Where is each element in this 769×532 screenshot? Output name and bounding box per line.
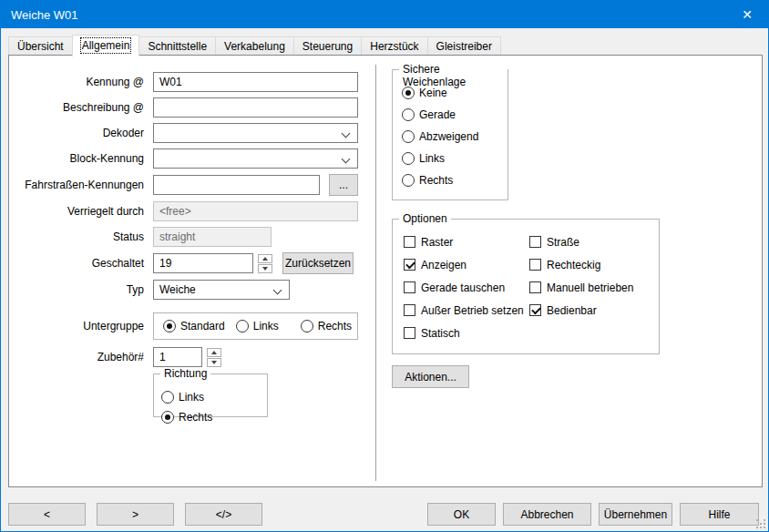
checkbox-anzeigen[interactable]: Anzeigen bbox=[404, 253, 529, 276]
radio-untergruppe-standard[interactable]: Standard bbox=[163, 316, 225, 336]
checkbox-icon bbox=[404, 259, 415, 271]
footer-bar: < > </> OK Abbrechen Übernehmen Hilfe bbox=[1, 487, 768, 532]
close-icon[interactable]: ✕ bbox=[726, 1, 768, 28]
zubehoer-label: Zubehör# bbox=[9, 351, 144, 363]
left-form: Kennung @ Beschreibung @ Dekoder Block-K… bbox=[9, 72, 374, 417]
checkbox-raster[interactable]: Raster bbox=[404, 230, 529, 253]
fahrstrassen-browse-button[interactable]: ... bbox=[329, 174, 358, 196]
titlebar: Weiche W01 ✕ bbox=[1, 1, 768, 28]
tab-schnittstelle[interactable]: Schnittstelle bbox=[138, 36, 216, 56]
spin-down-icon[interactable] bbox=[207, 358, 221, 367]
column-divider bbox=[375, 65, 376, 481]
fahrstrassen-input[interactable] bbox=[153, 175, 320, 195]
chevron-down-icon bbox=[342, 129, 351, 138]
radio-icon bbox=[402, 152, 415, 165]
radio-untergruppe-rechts[interactable]: Rechts bbox=[301, 316, 352, 336]
prev-button[interactable]: < bbox=[8, 503, 86, 526]
radio-icon bbox=[402, 174, 415, 187]
checkbox-ausser-betrieb-setzen[interactable]: Außer Betrieb setzen bbox=[404, 299, 529, 322]
checkbox-icon bbox=[529, 259, 541, 271]
right-form: Sichere Weichenlage Keine Gerade Abzweig… bbox=[392, 69, 756, 388]
sichere-weichenlage-group: Sichere Weichenlage Keine Gerade Abzweig… bbox=[392, 69, 508, 200]
geschaltet-input[interactable] bbox=[153, 253, 253, 273]
chevron-down-icon bbox=[342, 155, 351, 164]
geschaltet-label: Geschaltet bbox=[9, 257, 144, 270]
tab-uebersicht[interactable]: Übersicht bbox=[8, 36, 73, 56]
status-input bbox=[153, 227, 272, 247]
radio-icon bbox=[402, 87, 415, 99]
cancel-button[interactable]: Abbrechen bbox=[503, 503, 591, 526]
checkbox-rechteckig[interactable]: Rechteckig bbox=[529, 253, 633, 276]
typ-dropdown[interactable]: Weiche bbox=[153, 280, 290, 300]
ok-button[interactable]: OK bbox=[427, 503, 496, 526]
verriegelt-input bbox=[153, 201, 358, 221]
block-kennung-label: Block-Kennung bbox=[9, 152, 144, 165]
dekoder-label: Dekoder bbox=[9, 127, 144, 139]
checkbox-icon bbox=[529, 304, 541, 316]
action-button-group: OK Abbrechen Übernehmen Hilfe bbox=[427, 503, 759, 526]
sichere-weichenlage-label: Sichere Weichenlage bbox=[399, 63, 508, 88]
checkbox-icon bbox=[404, 304, 415, 316]
spin-up-icon[interactable] bbox=[207, 348, 221, 357]
checkbox-gerade-tauschen[interactable]: Gerade tauschen bbox=[404, 276, 529, 299]
nav-button-group: < > </> bbox=[8, 503, 262, 526]
dialog-window: Weiche W01 ✕ Übersicht Allgemein Schnitt… bbox=[0, 0, 769, 532]
checkbox-bedienbar[interactable]: Bedienbar bbox=[529, 299, 633, 322]
optionen-column-1: Raster Anzeigen Gerade tauschen Außer Be… bbox=[404, 230, 529, 344]
radio-icon bbox=[402, 130, 415, 143]
radio-weichenlage-gerade[interactable]: Gerade bbox=[402, 105, 500, 125]
kennung-input[interactable] bbox=[153, 72, 358, 92]
zuruecksetzen-button[interactable]: Zurücksetzen bbox=[282, 252, 354, 274]
radio-richtung-links[interactable]: Links bbox=[161, 387, 204, 407]
radio-icon bbox=[236, 320, 249, 332]
checkbox-icon bbox=[404, 236, 415, 248]
spin-up-icon[interactable] bbox=[258, 254, 272, 263]
help-button[interactable]: Hilfe bbox=[680, 503, 759, 526]
tab-herzstueck[interactable]: Herzstück bbox=[361, 36, 427, 56]
beschreibung-label: Beschreibung @ bbox=[9, 101, 144, 114]
checkbox-icon bbox=[529, 236, 541, 248]
checkbox-icon bbox=[404, 281, 415, 293]
radio-weichenlage-abzweigend[interactable]: Abzweigend bbox=[402, 127, 500, 147]
optionen-group: Optionen Raster Anzeigen Gerade tauschen bbox=[392, 219, 660, 354]
beschreibung-input[interactable] bbox=[153, 97, 358, 118]
geschaltet-spinner bbox=[258, 254, 272, 273]
tab-strip: Übersicht Allgemein Schnittstelle Verkab… bbox=[8, 34, 500, 56]
chevron-down-icon bbox=[273, 286, 282, 295]
checkbox-icon bbox=[404, 327, 415, 339]
window-title: Weiche W01 bbox=[11, 8, 77, 22]
checkbox-icon bbox=[529, 281, 541, 293]
code-view-button[interactable]: </> bbox=[185, 503, 262, 526]
status-label: Status bbox=[9, 230, 144, 243]
resize-grip[interactable] bbox=[756, 519, 765, 528]
radio-icon bbox=[163, 320, 176, 332]
radio-icon bbox=[161, 391, 174, 404]
richtung-group: Richtung Links Rechts bbox=[153, 373, 268, 417]
spin-down-icon[interactable] bbox=[258, 264, 272, 273]
zubehoer-spinner bbox=[207, 348, 221, 367]
optionen-column-2: Straße Rechteckig Manuell betrieben Bedi… bbox=[529, 230, 633, 344]
fahrstrassen-label: Fahrstraßen-Kennungen bbox=[9, 179, 144, 191]
radio-untergruppe-links[interactable]: Links bbox=[236, 316, 279, 336]
radio-icon bbox=[402, 108, 415, 121]
tab-verkabelung[interactable]: Verkabelung bbox=[215, 36, 294, 56]
radio-weichenlage-rechts[interactable]: Rechts bbox=[402, 170, 500, 190]
radio-icon bbox=[301, 320, 313, 332]
apply-button[interactable]: Übernehmen bbox=[599, 503, 672, 526]
optionen-group-label: Optionen bbox=[399, 212, 451, 225]
checkbox-strasse[interactable]: Straße bbox=[529, 230, 633, 253]
tab-steuerung[interactable]: Steuerung bbox=[293, 36, 362, 56]
radio-icon bbox=[161, 411, 174, 424]
aktionen-button[interactable]: Aktionen... bbox=[392, 365, 469, 388]
zubehoer-input[interactable] bbox=[153, 347, 202, 367]
next-button[interactable]: > bbox=[97, 503, 174, 526]
radio-weichenlage-links[interactable]: Links bbox=[402, 148, 500, 169]
checkbox-manuell-betrieben[interactable]: Manuell betrieben bbox=[529, 276, 633, 299]
radio-richtung-rechts[interactable]: Rechts bbox=[161, 407, 212, 427]
typ-label: Typ bbox=[9, 283, 144, 296]
block-kennung-dropdown[interactable] bbox=[153, 148, 358, 169]
checkbox-statisch[interactable]: Statisch bbox=[404, 322, 529, 344]
dekoder-dropdown[interactable] bbox=[153, 123, 358, 143]
tab-allgemein[interactable]: Allgemein bbox=[72, 35, 140, 56]
tab-gleistreiber[interactable]: Gleistreiber bbox=[427, 36, 501, 56]
